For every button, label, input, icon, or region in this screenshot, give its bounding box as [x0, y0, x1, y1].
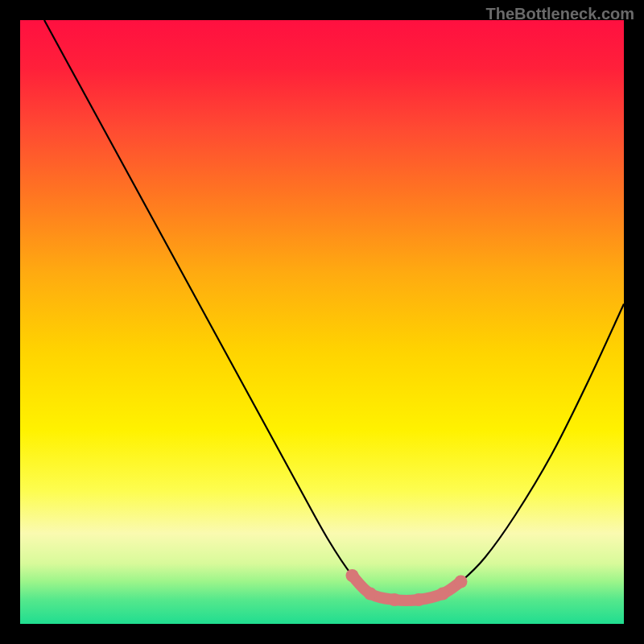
watermark-text: TheBottleneck.com: [486, 5, 634, 23]
highlight-dot: [412, 593, 425, 606]
gradient-background: [20, 20, 624, 624]
chart-svg: [20, 20, 624, 624]
highlight-dot: [388, 593, 401, 606]
highlight-dot: [436, 588, 449, 601]
chart-container: TheBottleneck.com: [0, 0, 644, 644]
highlight-dot: [364, 588, 377, 601]
highlight-dot: [455, 576, 468, 588]
highlight-dot: [346, 569, 359, 582]
plot-area: [20, 20, 624, 624]
